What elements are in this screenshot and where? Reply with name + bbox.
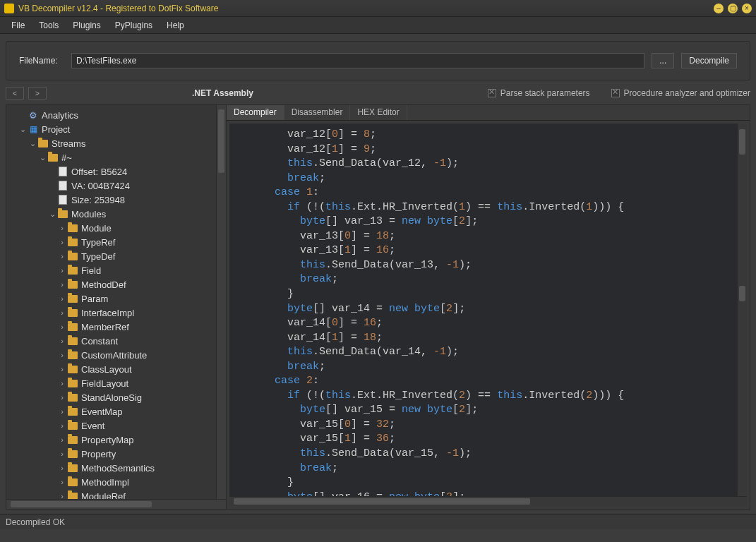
tree-size[interactable]: Size: 253948 [8, 193, 224, 207]
tab-decompiler[interactable]: Decompiler [227, 105, 284, 120]
tree-label: Modules [71, 209, 106, 219]
menu-pyplugins[interactable]: PyPlugins [109, 18, 158, 32]
twisty-icon: › [57, 294, 67, 303]
check-parse-stack[interactable]: Parse stack parameters [488, 88, 590, 98]
check-proc-analyzer-label: Procedure analyzer and optimizer [624, 88, 750, 98]
tree-label: MethodImpl [81, 477, 129, 488]
twisty-icon: › [57, 365, 67, 373]
tree-item-module[interactable]: ›Module [8, 221, 224, 235]
nav-forward-button[interactable]: > [28, 87, 47, 100]
tree-item-typeref[interactable]: ›TypeRef [8, 235, 224, 249]
tree-item-typedef[interactable]: ›TypeDef [8, 249, 224, 263]
tree-label: Field [81, 265, 101, 276]
tree-item-interfaceimpl[interactable]: ›InterfaceImpl [8, 306, 224, 320]
tree-item-param[interactable]: ›Param [8, 291, 224, 306]
tree-label: Streams [52, 138, 85, 149]
tree-icon [67, 293, 78, 304]
menu-help[interactable]: Help [161, 18, 190, 32]
tree-item-fieldlayout[interactable]: ›FieldLayout [8, 376, 224, 390]
code-tabs: Decompiler Disassembler HEX Editor [227, 105, 750, 121]
tree-scrollbar-h[interactable] [6, 499, 226, 509]
tree-label: Size: 253948 [71, 195, 125, 205]
tree-item-standalonesig[interactable]: ›StandAloneSig [8, 390, 224, 404]
tree-label: MethodSemantics [81, 463, 155, 474]
twisty-icon: › [57, 280, 67, 289]
tree-item-event[interactable]: ›Event [8, 418, 224, 433]
menu-tools[interactable]: Tools [33, 18, 64, 32]
code-view[interactable]: var_12[0] = 8; var_12[1] = 9; this.Send_… [227, 121, 750, 509]
tree-scroll[interactable]: ⚙Analytics⌄▦Project⌄Streams⌄#~Offset: B5… [6, 105, 226, 499]
close-icon[interactable]: × [742, 4, 752, 13]
tab-hex-editor[interactable]: HEX Editor [350, 105, 407, 120]
tree-icon [67, 490, 78, 499]
twisty-icon: › [57, 337, 67, 345]
twisty-icon: ⌄ [47, 210, 57, 219]
tree-item-methodimpl[interactable]: ›MethodImpl [8, 475, 224, 489]
tree-icon [67, 265, 78, 276]
tree-icon [67, 251, 78, 262]
tree-icon [67, 363, 78, 375]
tree-icon [67, 279, 78, 290]
check-proc-analyzer[interactable]: Procedure analyzer and optimizer [611, 88, 750, 98]
code-scrollbar-h[interactable] [229, 496, 747, 506]
tree-offset[interactable]: Offset: B5624 [8, 164, 224, 179]
tree-project[interactable]: ⌄▦Project [8, 122, 224, 136]
tree-label: #~ [61, 152, 72, 163]
tree-label: PropertyMap [81, 435, 133, 445]
tree-item-constant[interactable]: ›Constant [8, 334, 224, 348]
twisty-icon: › [57, 492, 67, 499]
tree-label: MethodDef [81, 279, 126, 290]
tree-item-classlayout[interactable]: ›ClassLayout [8, 362, 224, 376]
checkbox-icon [488, 89, 496, 97]
tree-item-methodsemantics[interactable]: ›MethodSemantics [8, 461, 224, 475]
tree-label: Project [42, 124, 70, 135]
maximize-icon[interactable]: ▢ [728, 4, 738, 13]
minimize-icon[interactable]: – [714, 4, 724, 13]
tree-va[interactable]: VA: 004B7424 [8, 179, 224, 193]
tree-icon: ⚙ [28, 109, 39, 121]
tree-item-methoddef[interactable]: ›MethodDef [8, 277, 224, 291]
tree-item-propertymap[interactable]: ›PropertyMap [8, 433, 224, 447]
tree-scrollbar-v[interactable] [216, 105, 226, 499]
status-text: Decompiled OK [6, 517, 65, 527]
tree-icon [67, 236, 78, 248]
tree-icon [57, 166, 68, 177]
tree-item-field[interactable]: ›Field [8, 263, 224, 277]
tree-item-property[interactable]: ›Property [8, 447, 224, 461]
titlebar: VB Decompiler v12.4 - Registered to DotF… [0, 0, 756, 17]
tree-label: Property [81, 449, 116, 459]
decompile-button[interactable]: Decompile [681, 53, 737, 68]
nav-back-button[interactable]: < [6, 87, 24, 100]
tree-modules[interactable]: ⌄Modules [8, 207, 224, 221]
filename-input[interactable] [71, 53, 644, 68]
menu-file[interactable]: File [6, 18, 30, 32]
tree-icon [57, 180, 68, 191]
twisty-icon: › [57, 224, 67, 232]
nav-row: < > .NET Assembly Parse stack parameters… [6, 85, 750, 102]
browse-button[interactable]: ... [652, 53, 674, 68]
tab-disassembler[interactable]: Disassembler [284, 105, 351, 120]
twisty-icon: › [57, 308, 67, 317]
tree-streams[interactable]: ⌄Streams [8, 136, 224, 150]
tree-icon [67, 307, 78, 318]
tree-item-memberref[interactable]: ›MemberRef [8, 320, 224, 334]
tree-hash[interactable]: ⌄#~ [8, 150, 224, 164]
tree-label: Analytics [42, 110, 78, 121]
menu-plugins[interactable]: Plugins [67, 18, 106, 32]
tree-panel: ⚙Analytics⌄▦Project⌄Streams⌄#~Offset: B5… [6, 105, 227, 509]
tree-label: Constant [81, 336, 118, 347]
twisty-icon: › [57, 266, 67, 275]
twisty-icon: › [57, 450, 67, 458]
tree-item-eventmap[interactable]: ›EventMap [8, 404, 224, 418]
tree-icon [67, 420, 78, 431]
tree-analytics[interactable]: ⚙Analytics [8, 108, 224, 122]
tree-label: StandAloneSig [81, 392, 142, 403]
tree-label: Offset: B5624 [71, 167, 127, 177]
status-bar: Decompiled OK [0, 514, 756, 529]
code-scrollbar-v[interactable] [737, 124, 747, 496]
tree-label: FieldLayout [81, 378, 128, 389]
twisty-icon: › [57, 351, 67, 359]
tree-item-moduleref[interactable]: ›ModuleRef [8, 489, 224, 499]
tree-item-customattribute[interactable]: ›CustomAttribute [8, 348, 224, 362]
twisty-icon: › [57, 393, 67, 402]
